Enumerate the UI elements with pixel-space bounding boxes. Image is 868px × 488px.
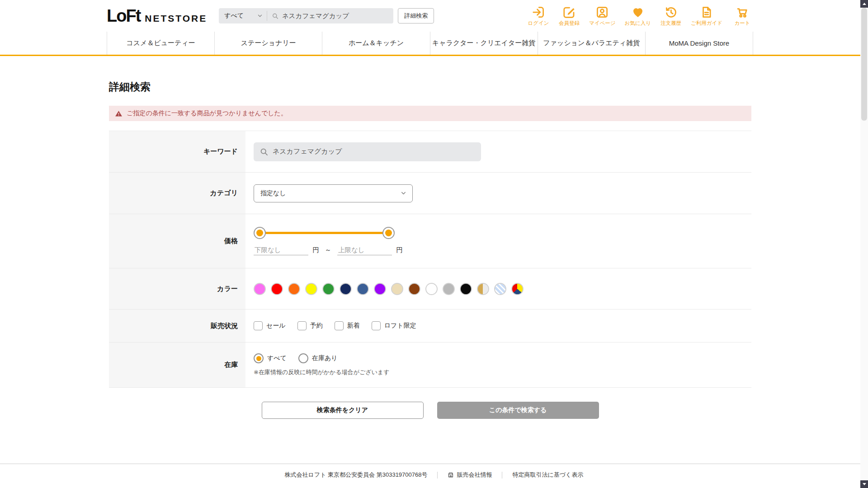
loft-logo[interactable]: LoFt NETSTORE xyxy=(107,6,207,26)
scroll-down-button[interactable] xyxy=(860,480,868,488)
category-select[interactable]: 指定なし xyxy=(254,184,413,202)
checkbox-box xyxy=(297,321,307,330)
color-swatch-orange[interactable] xyxy=(288,283,300,295)
category-value: 指定なし xyxy=(260,189,286,197)
checkbox-box xyxy=(254,321,263,330)
keyword-input[interactable] xyxy=(254,142,481,161)
page-title: 詳細検索 xyxy=(109,80,751,94)
footer-divider xyxy=(502,472,502,479)
color-swatch-purple[interactable] xyxy=(374,283,386,295)
category-label: カテゴリ xyxy=(109,173,245,214)
stock-note: ※在庫情報の反映に時間がかかる場合がございます xyxy=(254,368,390,376)
color-swatch-pink[interactable] xyxy=(254,283,266,295)
radio-circle xyxy=(254,353,264,363)
seller-info-link[interactable]: 販売会社情報 xyxy=(448,471,492,479)
nav-item-home-kitchen[interactable]: ホーム＆キッチン xyxy=(322,32,429,55)
main-nav: コスメ＆ビューティー ステーショナリー ホーム＆キッチン キャラクター・クリエイ… xyxy=(0,32,868,56)
advanced-search-page: 詳細検索 ご指定の条件に一致する商品が見つかりませんでした。 キーワード カテゴ… xyxy=(109,80,751,419)
radio-all[interactable]: すべて xyxy=(254,353,287,363)
utility-mypage[interactable]: マイページ xyxy=(589,5,616,27)
vertical-scrollbar xyxy=(860,0,868,488)
warning-icon xyxy=(115,110,123,117)
chevron-down-icon xyxy=(257,13,263,19)
header-search-bar: すべて xyxy=(219,8,393,23)
price-label: 価格 xyxy=(109,214,245,268)
utility-login[interactable]: ログイン xyxy=(528,5,549,27)
color-swatch-blue[interactable] xyxy=(357,283,369,295)
color-swatch-green[interactable] xyxy=(322,283,335,295)
color-swatch-multicolor[interactable] xyxy=(511,283,524,295)
color-swatch-red[interactable] xyxy=(271,283,283,295)
yen-label: 円 xyxy=(396,246,403,254)
stock-row: 在庫 すべて 在庫あり ※在庫情報の反映に時間がかかる場合がございます xyxy=(109,343,751,388)
search-category-value: すべて xyxy=(224,12,244,20)
heart-icon xyxy=(631,5,645,19)
checkbox-new-arrival[interactable]: 新着 xyxy=(335,321,360,330)
detail-search-button[interactable]: 詳細検索 xyxy=(398,8,434,23)
header-search-input[interactable] xyxy=(282,12,389,19)
keyword-label: キーワード xyxy=(109,131,245,172)
nav-item-cosme[interactable]: コスメ＆ビューティー xyxy=(107,32,214,55)
sales-status-row: 販売状況 セール 予約 新着 xyxy=(109,310,751,343)
utility-favorites[interactable]: お気に入り xyxy=(625,5,651,27)
scroll-down-arrow-icon xyxy=(863,483,866,485)
color-swatch-beige[interactable] xyxy=(391,283,403,295)
utility-register[interactable]: 会員登録 xyxy=(558,5,580,27)
category-row: カテゴリ 指定なし xyxy=(109,173,751,214)
color-swatch-brown[interactable] xyxy=(408,283,420,295)
scroll-up-button[interactable] xyxy=(860,0,868,8)
nav-item-stationery[interactable]: ステーショナリー xyxy=(214,32,322,55)
color-swatch-gray[interactable] xyxy=(443,283,455,295)
color-swatch-white[interactable] xyxy=(425,283,438,295)
radio-in-stock[interactable]: 在庫あり xyxy=(298,353,338,363)
mypage-icon xyxy=(595,5,609,19)
nav-item-moma[interactable]: MoMA Design Store xyxy=(645,32,753,55)
search-icon xyxy=(272,12,279,20)
clear-conditions-button[interactable]: 検索条件をクリア xyxy=(262,402,424,419)
commercial-law-link[interactable]: 特定商取引法に基づく表示 xyxy=(512,471,583,479)
nav-item-fashion[interactable]: ファッション＆バラエティ雑貨 xyxy=(538,32,645,55)
checkbox-box xyxy=(372,321,381,330)
search-form: キーワード カテゴリ 指定なし 価格 xyxy=(109,131,751,388)
price-min-input[interactable] xyxy=(254,245,308,255)
utility-order-history[interactable]: 注文履歴 xyxy=(660,5,682,27)
guide-icon xyxy=(700,5,713,19)
checkbox-box xyxy=(335,321,344,330)
search-with-conditions-button[interactable]: この条件で検索する xyxy=(437,402,599,419)
logo-loft-text: LoFt xyxy=(107,6,140,26)
cart-icon xyxy=(736,5,749,19)
price-slider-min-handle[interactable] xyxy=(254,227,266,239)
price-slider-max-handle[interactable] xyxy=(382,227,395,239)
logo-netstore-text: NETSTORE xyxy=(145,13,207,24)
color-swatch-navy[interactable] xyxy=(340,283,352,295)
nav-item-character[interactable]: キャラクター・クリエイター雑貨 xyxy=(430,32,538,55)
color-row: カラー xyxy=(109,268,751,310)
price-row: 価格 円 ～ 円 xyxy=(109,214,751,268)
color-swatch-light-blue-stripe[interactable] xyxy=(494,283,506,295)
scroll-up-arrow-icon xyxy=(863,3,866,5)
keyword-row: キーワード xyxy=(109,131,751,173)
price-max-input[interactable] xyxy=(337,245,392,255)
site-header: LoFt NETSTORE すべて 詳細検索 xyxy=(0,0,868,56)
history-icon xyxy=(664,5,678,19)
color-swatches xyxy=(254,283,524,295)
checkbox-loft-exclusive[interactable]: ロフト限定 xyxy=(372,321,416,330)
tilde-label: ～ xyxy=(325,246,332,254)
no-results-alert: ご指定の条件に一致する商品が見つかりませんでした。 xyxy=(109,106,751,121)
chevron-down-icon xyxy=(400,190,407,197)
stock-label: 在庫 xyxy=(109,343,245,387)
checkbox-sale[interactable]: セール xyxy=(254,321,286,330)
color-swatch-yellow[interactable] xyxy=(305,283,317,295)
search-icon xyxy=(259,147,269,156)
utility-cart[interactable]: カート xyxy=(731,5,753,27)
color-label: カラー xyxy=(109,268,245,309)
radio-circle xyxy=(298,353,308,363)
login-icon xyxy=(532,5,545,19)
color-swatch-black[interactable] xyxy=(460,283,472,295)
color-swatch-gold-silver[interactable] xyxy=(477,283,489,295)
checkbox-reservation[interactable]: 予約 xyxy=(297,321,323,330)
price-range-slider xyxy=(254,227,395,239)
utility-guide[interactable]: ご利用ガイド xyxy=(691,5,722,27)
search-category-select[interactable]: すべて xyxy=(219,12,267,20)
scrollbar-thumb[interactable] xyxy=(861,8,867,121)
